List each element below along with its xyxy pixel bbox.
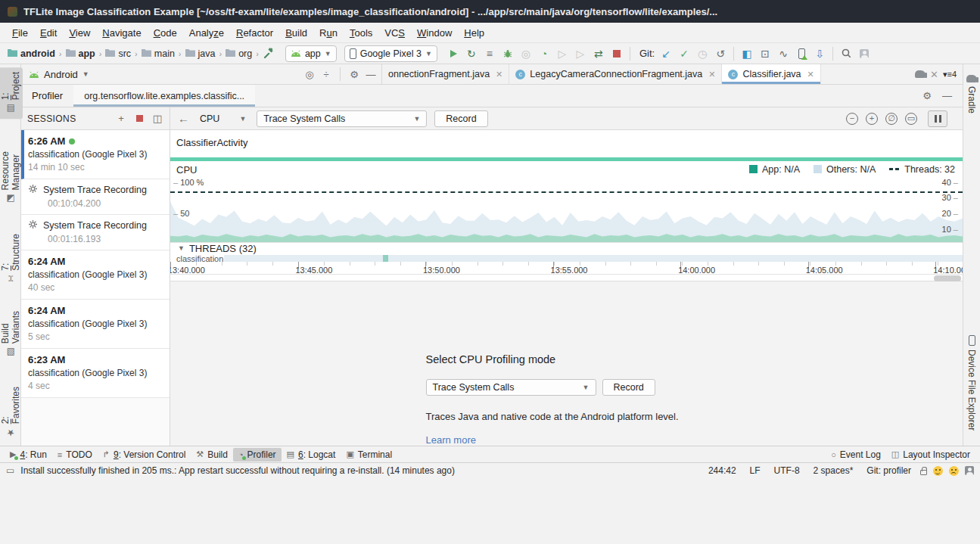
- toolwindow-4-run[interactable]: ▶4: Run: [5, 448, 52, 462]
- editor-tab-classifier-java[interactable]: cClassifier.java✕: [722, 64, 820, 84]
- panel-settings-gear-icon[interactable]: ⚙: [348, 68, 360, 80]
- happy-feedback-icon[interactable]: [933, 466, 943, 476]
- close-icon[interactable]: ✕: [807, 70, 814, 79]
- breadcrumb-item-org[interactable]: org: [224, 48, 254, 60]
- profile-avatar-button[interactable]: [856, 45, 873, 62]
- sidebar-item-device-file-explorer[interactable]: Device File Explorer: [965, 331, 978, 435]
- horizontal-scrollbar[interactable]: [170, 275, 963, 281]
- breadcrumb-item-main[interactable]: main: [140, 48, 176, 60]
- status-item-244-42[interactable]: 244:42: [705, 465, 739, 476]
- toolwindow-event-log[interactable]: ○Event Log: [826, 448, 886, 462]
- menu-item-view[interactable]: View: [63, 25, 96, 41]
- stop-button[interactable]: [608, 45, 625, 62]
- toolwindow-layout-inspector[interactable]: ◫Layout Inspector: [886, 448, 975, 462]
- menu-item-edit[interactable]: Edit: [34, 25, 63, 41]
- menu-item-refactor[interactable]: Refactor: [230, 25, 279, 41]
- device-select[interactable]: Google Pixel 3 ▼: [344, 45, 437, 62]
- hide-profiler-icon[interactable]: —: [942, 90, 952, 101]
- build-hammer-icon[interactable]: [261, 45, 278, 62]
- sidebar-item-build-variants[interactable]: ▧Build Variants: [0, 306, 23, 362]
- menu-item-tools[interactable]: Tools: [344, 25, 378, 41]
- profiler-view-select[interactable]: CPU ▼: [197, 113, 249, 124]
- record-button[interactable]: Record: [434, 110, 487, 127]
- run-config-select[interactable]: app ▼: [285, 45, 337, 62]
- menu-item-build[interactable]: Build: [279, 25, 313, 41]
- toolwindow-todo[interactable]: ≡TODO: [52, 448, 98, 462]
- attach-debugger-button[interactable]: ▷: [554, 45, 571, 62]
- collapse-all-icon[interactable]: ÷: [320, 68, 332, 80]
- status-item-2-spaces-[interactable]: 2 spaces*: [810, 465, 857, 476]
- mode-trace-select[interactable]: Trace System Calls ▼: [426, 379, 596, 396]
- trace-mode-select[interactable]: Trace System Calls ▼: [257, 110, 427, 127]
- sidebar-item-7-structure[interactable]: ∺7: Structure: [0, 229, 23, 287]
- menu-item-vcs[interactable]: VCS: [378, 25, 411, 41]
- collapse-sessions-icon[interactable]: ◫: [151, 113, 163, 125]
- status-item-git-profiler[interactable]: Git: profiler: [863, 465, 914, 476]
- git-commit-button[interactable]: ✓: [676, 45, 692, 62]
- learn-more-link[interactable]: Learn more: [426, 434, 708, 446]
- sdk-manager-button[interactable]: ⇩: [811, 45, 828, 62]
- running-devices-button[interactable]: ⊡: [757, 45, 773, 62]
- menu-item-run[interactable]: Run: [313, 25, 344, 41]
- git-update-button[interactable]: ↙: [658, 45, 674, 62]
- status-item-utf-8[interactable]: UTF-8: [771, 465, 803, 476]
- session-recording-item[interactable]: System Trace Recording00:01:16.193: [21, 215, 170, 250]
- cpu-chart-section[interactable]: CPU App: N/AOthers: N/AThreads: 32 100 %…: [170, 158, 963, 242]
- run-button[interactable]: [445, 45, 462, 62]
- timeline-axis[interactable]: 13:40.00013:45.00013:50.00013:55.00014:0…: [170, 262, 963, 275]
- search-everywhere-button[interactable]: [838, 45, 854, 62]
- cpu-area-chart[interactable]: [170, 179, 963, 242]
- toggle-toolwindows-icon[interactable]: ▭: [6, 465, 14, 476]
- menu-item-help[interactable]: Help: [458, 25, 490, 41]
- toolwindow-profiler[interactable]: ◔Profiler: [233, 448, 282, 462]
- device-manager-button[interactable]: ◧: [739, 45, 755, 62]
- hidden-tabs-count[interactable]: ▾≡4: [943, 70, 957, 79]
- readonly-lock-icon[interactable]: [920, 470, 927, 475]
- apply-code-changes-button[interactable]: ≡: [481, 45, 498, 62]
- close-icon[interactable]: ✕: [708, 70, 715, 79]
- mode-record-button[interactable]: Record: [602, 379, 655, 396]
- breadcrumb-item-android[interactable]: android: [6, 48, 57, 60]
- locate-file-icon[interactable]: ◎: [303, 68, 316, 80]
- toolwindow-build[interactable]: ⚒Build: [191, 448, 233, 462]
- zoom-to-selection-icon[interactable]: ▭: [905, 113, 917, 125]
- session-item[interactable]: 6:26 AMclassification (Google Pixel 3)14…: [21, 130, 170, 179]
- zoom-out-icon[interactable]: −: [846, 113, 858, 125]
- threads-section-header[interactable]: ▼ THREADS (32): [170, 242, 963, 254]
- attach-profiler-button[interactable]: ▷: [572, 45, 589, 62]
- sidebar-item-2-favorites[interactable]: ★2: Favorites: [0, 382, 23, 443]
- zoom-in-icon[interactable]: +: [866, 113, 878, 125]
- toolwindow-6-logcat[interactable]: ▤6: Logcat: [282, 448, 341, 462]
- status-item-lf[interactable]: LF: [747, 465, 764, 476]
- close-icon[interactable]: ✕: [930, 69, 938, 80]
- profiler-settings-gear-icon[interactable]: ⚙: [922, 90, 932, 101]
- reset-zoom-icon[interactable]: ∅: [885, 113, 898, 125]
- sad-feedback-icon[interactable]: [949, 466, 959, 476]
- profile-button[interactable]: ◔: [536, 45, 552, 62]
- git-history-button[interactable]: ◷: [694, 45, 711, 62]
- menu-item-code[interactable]: Code: [148, 25, 183, 41]
- scrollbar-thumb[interactable]: [934, 275, 961, 281]
- menu-item-window[interactable]: Window: [411, 25, 458, 41]
- debug-button[interactable]: [499, 45, 516, 62]
- breadcrumb-item-java[interactable]: java: [184, 48, 217, 60]
- coverage-button[interactable]: ◎: [518, 45, 534, 62]
- thread-row[interactable]: classification: [170, 254, 963, 262]
- session-item[interactable]: 6:24 AMclassification (Google Pixel 3)40…: [21, 250, 170, 300]
- gradle-daemon-icon[interactable]: [965, 466, 974, 475]
- stop-session-icon[interactable]: [133, 113, 145, 125]
- new-session-plus-icon[interactable]: +: [115, 113, 127, 125]
- live-pause-button[interactable]: [928, 110, 947, 127]
- editor-tab-legacycameraconnectionfragment-java[interactable]: cLegacyCameraConnectionFragment.java✕: [509, 64, 722, 84]
- session-recording-item[interactable]: System Trace Recording00:10:04.200: [21, 179, 170, 215]
- device-mirror-button[interactable]: ∿: [775, 45, 792, 62]
- menu-item-file[interactable]: File: [6, 25, 34, 41]
- sidebar-item-gradle[interactable]: Gradle: [965, 70, 978, 118]
- layout-inspector-toolbar-button[interactable]: [793, 45, 810, 62]
- git-rollback-button[interactable]: ↺: [712, 45, 729, 62]
- sidebar-item-resource-manager[interactable]: ◪Resource Manager: [0, 138, 23, 209]
- stop-and-rerun-button[interactable]: ⇄: [590, 45, 607, 62]
- menu-item-navigate[interactable]: Navigate: [96, 25, 147, 41]
- menu-item-analyze[interactable]: Analyze: [183, 25, 230, 41]
- session-item[interactable]: 6:23 AMclassification (Google Pixel 3)4 …: [21, 349, 170, 398]
